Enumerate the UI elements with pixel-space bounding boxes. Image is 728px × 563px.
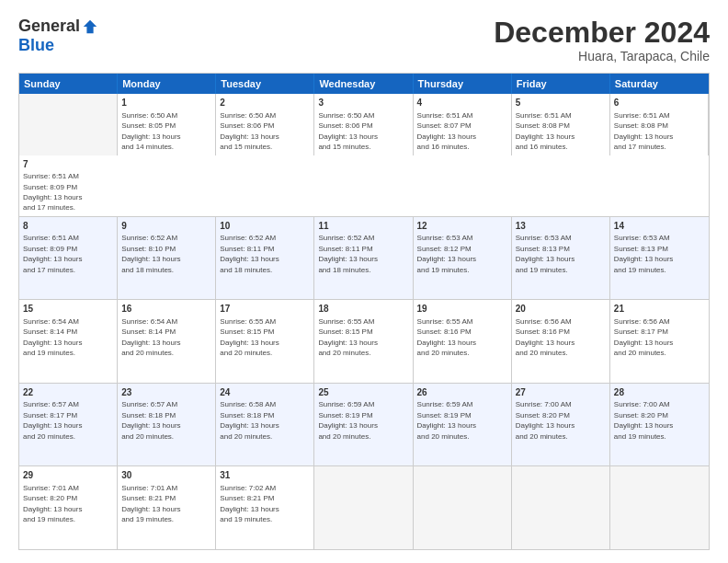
table-row: 11 Sunrise: 6:52 AMSunset: 8:11 PMDaylig… [314, 217, 413, 300]
table-row: 18 Sunrise: 6:55 AMSunset: 8:15 PMDaylig… [314, 300, 413, 383]
cal-cell-empty [314, 466, 413, 549]
table-row: 17 Sunrise: 6:55 AMSunset: 8:15 PMDaylig… [216, 300, 314, 383]
table-row: 2 Sunrise: 6:50 AMSunset: 8:06 PMDayligh… [216, 94, 314, 155]
cal-cell-empty [19, 94, 118, 155]
table-row: 28 Sunrise: 7:00 AMSunset: 8:20 PMDaylig… [610, 384, 709, 466]
table-row: 7 Sunrise: 6:51 AMSunset: 8:09 PMDayligh… [19, 155, 118, 216]
table-row: 30 Sunrise: 7:01 AMSunset: 8:21 PMDaylig… [118, 466, 216, 549]
calendar-body: 1 Sunrise: 6:50 AMSunset: 8:05 PMDayligh… [19, 94, 709, 549]
table-row: 9 Sunrise: 6:52 AMSunset: 8:10 PMDayligh… [118, 217, 216, 300]
table-row: 22 Sunrise: 6:57 AMSunset: 8:17 PMDaylig… [19, 384, 118, 466]
table-row: 15 Sunrise: 6:54 AMSunset: 8:14 PMDaylig… [19, 300, 118, 383]
location: Huara, Tarapaca, Chile [494, 49, 710, 63]
table-row: 13 Sunrise: 6:53 AMSunset: 8:13 PMDaylig… [512, 217, 610, 300]
table-row: 3 Sunrise: 6:50 AMSunset: 8:06 PMDayligh… [314, 94, 413, 155]
table-row: 25 Sunrise: 6:59 AMSunset: 8:19 PMDaylig… [314, 384, 413, 466]
calendar-header: Sunday Monday Tuesday Wednesday Thursday… [19, 74, 709, 94]
table-row: 8 Sunrise: 6:51 AMSunset: 8:09 PMDayligh… [19, 217, 118, 300]
table-row: 21 Sunrise: 6:56 AMSunset: 8:17 PMDaylig… [610, 300, 709, 383]
week-row-5: 29 Sunrise: 7:01 AMSunset: 8:20 PMDaylig… [19, 465, 709, 549]
header-wednesday: Wednesday [314, 74, 413, 94]
table-row: 24 Sunrise: 6:58 AMSunset: 8:18 PMDaylig… [216, 384, 314, 466]
table-row: 14 Sunrise: 6:53 AMSunset: 8:13 PMDaylig… [610, 217, 709, 300]
logo: General Blue [18, 17, 98, 55]
week-row-3: 15 Sunrise: 6:54 AMSunset: 8:14 PMDaylig… [19, 299, 709, 383]
title-section: December 2024 Huara, Tarapaca, Chile [494, 17, 710, 63]
cal-cell-empty [414, 466, 512, 549]
header-thursday: Thursday [414, 74, 512, 94]
table-row: 27 Sunrise: 7:00 AMSunset: 8:20 PMDaylig… [512, 384, 610, 466]
week-row-4: 22 Sunrise: 6:57 AMSunset: 8:17 PMDaylig… [19, 383, 709, 466]
table-row: 16 Sunrise: 6:54 AMSunset: 8:14 PMDaylig… [118, 300, 216, 383]
calendar-page: General Blue December 2024 Huara, Tarapa… [0, 0, 728, 563]
logo-blue: Blue [18, 36, 54, 55]
table-row: 26 Sunrise: 6:59 AMSunset: 8:19 PMDaylig… [414, 384, 512, 466]
header-saturday: Saturday [610, 74, 709, 94]
month-title: December 2024 [494, 17, 710, 49]
table-row: 23 Sunrise: 6:57 AMSunset: 8:18 PMDaylig… [118, 384, 216, 466]
header-friday: Friday [512, 74, 610, 94]
table-row: 12 Sunrise: 6:53 AMSunset: 8:12 PMDaylig… [414, 217, 512, 300]
logo-icon [82, 18, 98, 35]
table-row: 5 Sunrise: 6:51 AMSunset: 8:08 PMDayligh… [512, 94, 610, 155]
table-row: 10 Sunrise: 6:52 AMSunset: 8:11 PMDaylig… [216, 217, 314, 300]
header-sunday: Sunday [19, 74, 118, 94]
table-row: 31 Sunrise: 7:02 AMSunset: 8:21 PMDaylig… [216, 466, 314, 549]
week-row-2: 8 Sunrise: 6:51 AMSunset: 8:09 PMDayligh… [19, 216, 709, 300]
week-row-1: 1 Sunrise: 6:50 AMSunset: 8:05 PMDayligh… [19, 94, 709, 216]
header-monday: Monday [118, 74, 216, 94]
table-row: 19 Sunrise: 6:55 AMSunset: 8:16 PMDaylig… [414, 300, 512, 383]
cal-cell-empty [610, 466, 709, 549]
table-row: 1 Sunrise: 6:50 AMSunset: 8:05 PMDayligh… [118, 94, 216, 155]
table-row: 29 Sunrise: 7:01 AMSunset: 8:20 PMDaylig… [19, 466, 118, 549]
svg-marker-0 [84, 19, 97, 32]
header-tuesday: Tuesday [216, 74, 314, 94]
table-row: 20 Sunrise: 6:56 AMSunset: 8:16 PMDaylig… [512, 300, 610, 383]
table-row: 4 Sunrise: 6:51 AMSunset: 8:07 PMDayligh… [414, 94, 512, 155]
calendar: Sunday Monday Tuesday Wednesday Thursday… [18, 73, 710, 550]
cal-cell-empty [512, 466, 610, 549]
page-header: General Blue December 2024 Huara, Tarapa… [18, 17, 710, 63]
table-row: 6 Sunrise: 6:51 AMSunset: 8:08 PMDayligh… [610, 94, 709, 155]
logo-general: General [18, 17, 80, 36]
